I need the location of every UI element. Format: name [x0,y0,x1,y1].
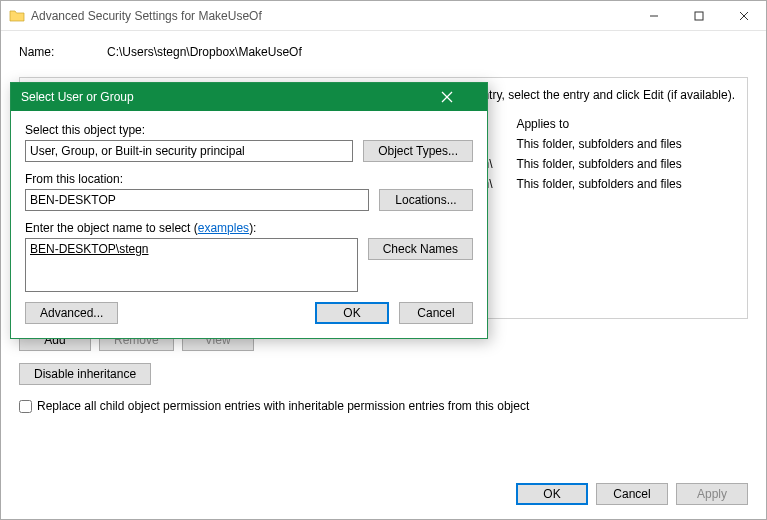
main-titlebar: Advanced Security Settings for MakeUseOf [1,1,766,31]
ok-button[interactable]: OK [516,483,588,505]
minimize-button[interactable] [631,1,676,30]
dialog-cancel-button[interactable]: Cancel [399,302,473,324]
maximize-button[interactable] [676,1,721,30]
dialog-footer: Advanced... OK Cancel [25,302,473,324]
dialog-body: Select this object type: Object Types...… [11,111,487,338]
name-value: C:\Users\stegn\Dropbox\MakeUseOf [107,45,302,59]
svg-rect-1 [695,12,703,20]
dialog-close-button[interactable] [441,91,481,103]
apply-button: Apply [676,483,748,505]
check-names-button[interactable]: Check Names [368,238,473,260]
dialog-titlebar: Select User or Group [11,83,487,111]
footer-buttons: OK Cancel Apply [516,483,748,505]
object-name-group: Enter the object name to select (example… [25,221,473,292]
location-group: From this location: Locations... [25,172,473,211]
window-title: Advanced Security Settings for MakeUseOf [31,9,631,23]
close-button[interactable] [721,1,766,30]
folder-icon [9,8,25,24]
object-type-label: Select this object type: [25,123,353,137]
object-name-label: Enter the object name to select (example… [25,221,358,235]
replace-checkbox-row: Replace all child object permission entr… [19,399,748,413]
dialog-ok-button[interactable]: OK [315,302,389,324]
object-type-group: Select this object type: Object Types... [25,123,473,162]
name-row: Name: C:\Users\stegn\Dropbox\MakeUseOf [19,45,748,59]
replace-checkbox[interactable] [19,400,32,413]
replace-checkbox-label: Replace all child object permission entr… [37,399,529,413]
locations-button[interactable]: Locations... [379,189,473,211]
examples-link[interactable]: examples [198,221,249,235]
object-types-button[interactable]: Object Types... [363,140,473,162]
disable-inheritance-row: Disable inheritance [19,363,748,385]
object-type-field[interactable] [25,140,353,162]
window-controls [631,1,766,30]
dialog-title: Select User or Group [21,90,441,104]
object-name-field[interactable]: BEN-DESKTOP\stegn [25,238,358,292]
location-field[interactable] [25,189,369,211]
select-user-dialog: Select User or Group Select this object … [10,82,488,339]
cancel-button[interactable]: Cancel [596,483,668,505]
name-label: Name: [19,45,107,59]
col-applies: Applies to [510,114,735,134]
disable-inheritance-button[interactable]: Disable inheritance [19,363,151,385]
location-label: From this location: [25,172,369,186]
advanced-button[interactable]: Advanced... [25,302,118,324]
